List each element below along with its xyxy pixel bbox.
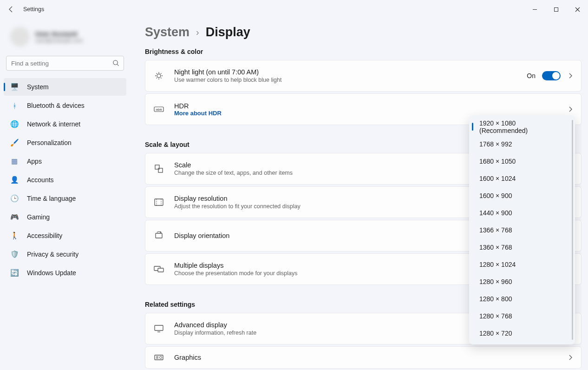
nav-label: Apps — [27, 158, 42, 165]
svg-rect-20 — [156, 233, 162, 238]
sidebar-item-accessibility[interactable]: 🚶Accessibility — [4, 227, 126, 244]
resolution-option[interactable]: 1920 × 1080 (Recommended) — [472, 118, 572, 135]
sidebar-item-bluetooth-devices[interactable]: ᚼBluetooth & devices — [4, 97, 126, 114]
scrollbar[interactable] — [572, 120, 573, 340]
resolution-option[interactable]: 1280 × 720 — [472, 324, 572, 342]
nav-label: Windows Update — [27, 269, 76, 277]
section-header-brightness: Brightness & color — [145, 48, 581, 55]
chevron-right-icon: › — [196, 27, 199, 38]
nav-icon: 🛡️ — [10, 250, 19, 258]
main-content: System › Display Brightness & color Nigh… — [145, 22, 581, 370]
maximize-button[interactable] — [545, 0, 567, 19]
nav-icon: 🎮 — [10, 213, 19, 221]
minimize-button[interactable] — [524, 0, 545, 19]
resolution-option[interactable]: 1600 × 1024 — [472, 170, 572, 187]
scale-icon — [153, 164, 165, 173]
nav-icon: 👤 — [10, 176, 19, 184]
profile-email: user@example.com — [35, 38, 83, 43]
breadcrumb: System › Display — [145, 25, 581, 40]
svg-point-26 — [160, 357, 162, 359]
nav-label: Personalization — [27, 139, 72, 146]
nav-label: Time & language — [27, 195, 76, 202]
resolution-option[interactable]: 1280 × 960 — [472, 273, 572, 290]
resolution-option[interactable]: 1280 × 800 — [472, 290, 572, 307]
graphics-card[interactable]: Graphics — [145, 346, 581, 369]
breadcrumb-parent[interactable]: System — [145, 25, 189, 40]
nav-label: Gaming — [27, 213, 50, 221]
nav-list: 🖥️SystemᚼBluetooth & devices🌐Network & i… — [4, 78, 126, 282]
resolution-option[interactable]: 1366 × 768 — [472, 221, 572, 238]
resolution-option[interactable]: 1280 × 1024 — [472, 256, 572, 273]
nav-label: Network & internet — [27, 120, 80, 128]
resolution-option[interactable]: 1680 × 1050 — [472, 152, 572, 170]
nav-icon: 🌐 — [10, 120, 19, 128]
chevron-right-icon[interactable] — [567, 354, 574, 361]
close-button[interactable] — [567, 0, 588, 19]
search-input[interactable] — [6, 56, 124, 71]
resolution-option[interactable]: 1768 × 992 — [472, 135, 572, 152]
search-box — [6, 56, 124, 71]
svg-line-11 — [157, 78, 157, 78]
svg-point-4 — [157, 74, 161, 78]
night-light-toggle[interactable] — [542, 71, 561, 80]
nav-icon: ᚼ — [10, 102, 19, 110]
window-controls — [524, 0, 588, 19]
nav-icon: ▦ — [10, 157, 19, 165]
resolution-option[interactable]: 1360 × 768 — [472, 238, 572, 256]
night-light-state: On — [527, 72, 536, 79]
multiple-displays-icon — [153, 265, 165, 273]
sidebar-item-privacy-security[interactable]: 🛡️Privacy & security — [4, 245, 126, 263]
profile-block[interactable]: User Account user@example.com — [4, 22, 126, 56]
title-bar: Settings — [0, 0, 588, 19]
resolution-option[interactable]: 1440 × 900 — [472, 204, 572, 221]
sidebar-item-personalization[interactable]: 🖌️Personalization — [4, 134, 126, 152]
chevron-right-icon[interactable] — [567, 73, 574, 79]
window-title: Settings — [23, 6, 44, 13]
svg-line-9 — [157, 73, 157, 74]
svg-rect-23 — [155, 325, 163, 330]
orientation-icon — [153, 231, 165, 240]
resolution-icon — [153, 198, 165, 206]
sidebar-item-accounts[interactable]: 👤Accounts — [4, 171, 126, 189]
night-light-icon — [153, 71, 165, 80]
sidebar-item-apps[interactable]: ▦Apps — [4, 152, 126, 170]
resolution-option[interactable]: 1280 × 768 — [472, 307, 572, 324]
nav-label: Accounts — [27, 176, 54, 184]
svg-line-10 — [161, 78, 161, 78]
nav-label: System — [27, 83, 49, 91]
nav-label: Bluetooth & devices — [27, 102, 85, 109]
svg-rect-1 — [554, 7, 558, 11]
sidebar-item-windows-update[interactable]: 🔄Windows Update — [4, 264, 126, 282]
resolution-dropdown[interactable]: 1920 × 1080 (Recommended)1768 × 9921680 … — [469, 115, 575, 344]
hdr-icon: HDR — [153, 106, 165, 113]
sidebar-item-network-internet[interactable]: 🌐Network & internet — [4, 115, 126, 133]
avatar — [10, 27, 30, 46]
monitor-icon — [153, 324, 165, 333]
sidebar-item-system[interactable]: 🖥️System — [4, 78, 126, 96]
svg-line-12 — [161, 73, 161, 74]
night-light-card[interactable]: Night light (on until 7:00 AM) Use warme… — [145, 60, 581, 92]
back-button[interactable] — [7, 5, 16, 14]
profile-name: User Account — [35, 30, 83, 38]
nav-icon: 🕒 — [10, 194, 19, 203]
nav-icon: 🖥️ — [10, 83, 19, 91]
nav-icon: 🚶 — [10, 231, 19, 240]
chevron-right-icon[interactable] — [567, 106, 574, 112]
nav-icon: 🖌️ — [10, 139, 19, 147]
sidebar: User Account user@example.com 🖥️SystemᚼB… — [0, 22, 130, 282]
hdr-title: HDR — [174, 102, 558, 110]
resolution-option[interactable]: 1600 × 900 — [472, 187, 572, 204]
night-light-title: Night light (on until 7:00 AM) — [174, 68, 517, 76]
nav-icon: 🔄 — [10, 269, 19, 277]
graphics-icon — [153, 354, 165, 361]
svg-rect-17 — [155, 199, 163, 205]
night-light-sub: Use warmer colors to help block blue lig… — [174, 77, 517, 83]
sidebar-item-time-language[interactable]: 🕒Time & language — [4, 190, 126, 207]
svg-text:HDR: HDR — [156, 108, 163, 111]
sidebar-item-gaming[interactable]: 🎮Gaming — [4, 208, 126, 226]
svg-rect-22 — [158, 268, 163, 272]
nav-label: Accessibility — [27, 232, 62, 239]
graphics-title: Graphics — [174, 354, 558, 361]
nav-label: Privacy & security — [27, 251, 78, 258]
breadcrumb-current: Display — [206, 25, 250, 40]
